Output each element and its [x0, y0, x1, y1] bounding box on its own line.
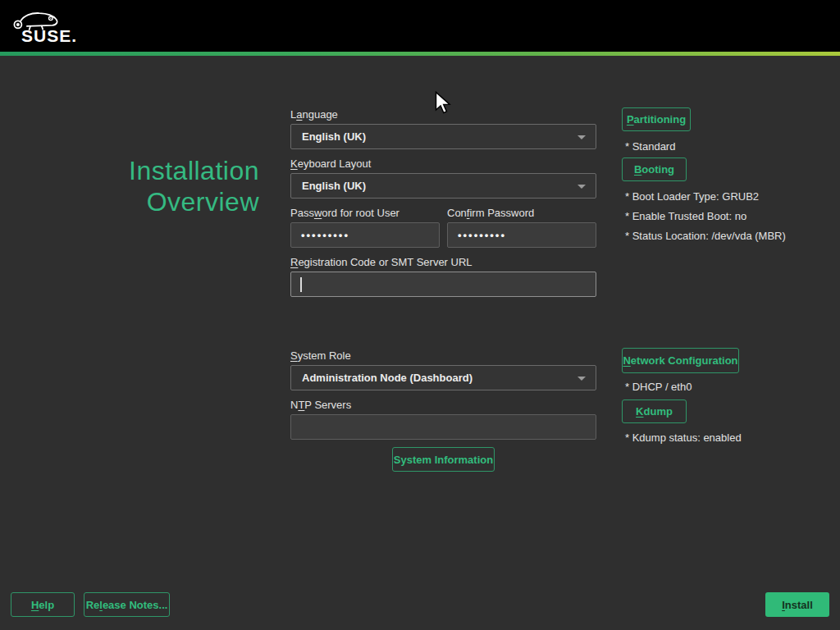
- root-password-value: •••••••••: [301, 229, 349, 241]
- keyboard-layout-select[interactable]: English (UK): [290, 173, 596, 199]
- chevron-down-icon: [578, 185, 586, 189]
- booting-button[interactable]: Booting: [622, 158, 687, 181]
- installer-window: SUSE. Installation Overview Language Eng…: [0, 0, 840, 630]
- partitioning-status: * Standard: [625, 140, 675, 153]
- ntp-servers-label: NTP Servers: [290, 399, 351, 411]
- registration-code-field[interactable]: [290, 272, 596, 297]
- page-title-line2: Overview: [0, 186, 259, 217]
- text-caret: [300, 277, 302, 292]
- network-status: * DHCP / eth0: [625, 381, 692, 393]
- suse-logo-text: SUSE.: [21, 26, 77, 46]
- keyboard-layout-value: English (UK): [302, 180, 366, 192]
- booting-status-line: * Status Location: /dev/vda (MBR): [625, 230, 786, 242]
- top-bar: SUSE.: [0, 0, 840, 52]
- registration-code-label: Registration Code or SMT Server URL: [290, 256, 472, 268]
- chevron-down-icon: [578, 377, 586, 381]
- language-select[interactable]: English (UK): [290, 124, 596, 149]
- root-password-label: Password for root User: [290, 207, 399, 219]
- help-button[interactable]: Help: [11, 592, 75, 617]
- confirm-password-label: Confirm Password: [447, 207, 534, 219]
- booting-status-line: * Enable Trusted Boot: no: [625, 210, 746, 222]
- system-role-select[interactable]: Administration Node (Dashboard): [290, 365, 596, 390]
- system-information-button[interactable]: System Information: [392, 447, 495, 472]
- booting-status-line: * Boot Loader Type: GRUB2: [625, 190, 759, 203]
- chevron-down-icon: [578, 135, 586, 139]
- brand-gradient-divider: [0, 52, 840, 56]
- system-role-value: Administration Node (Dashboard): [302, 372, 472, 384]
- network-configuration-button[interactable]: Network Configuration: [622, 348, 739, 373]
- partitioning-button[interactable]: Partitioning: [622, 107, 691, 131]
- release-notes-button[interactable]: Release Notes...: [84, 592, 170, 617]
- page-title-line1: Installation: [0, 155, 259, 186]
- language-value: English (UK): [302, 130, 366, 143]
- kdump-button[interactable]: Kdump: [622, 399, 687, 423]
- mouse-cursor: [434, 91, 451, 114]
- ntp-servers-field[interactable]: [290, 414, 596, 440]
- page-title: Installation Overview: [0, 155, 259, 217]
- keyboard-layout-label: Keyboard Layout: [290, 158, 371, 170]
- language-label: Language: [290, 108, 338, 121]
- install-button[interactable]: Install: [765, 592, 829, 617]
- suse-logo: SUSE.: [11, 5, 84, 48]
- system-role-label: System Role: [290, 349, 351, 362]
- root-password-field[interactable]: •••••••••: [290, 222, 440, 248]
- confirm-password-field[interactable]: •••••••••: [447, 222, 596, 248]
- kdump-status: * Kdump status: enabled: [625, 431, 742, 444]
- confirm-password-value: •••••••••: [458, 229, 506, 241]
